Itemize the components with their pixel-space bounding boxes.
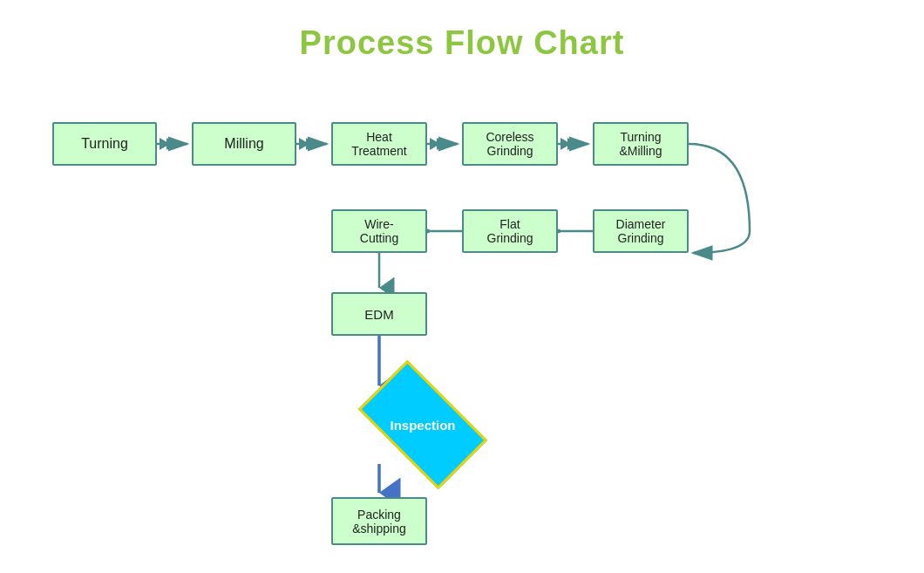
page-title: Process Flow Chart <box>0 0 924 62</box>
svg-marker-20 <box>567 138 578 150</box>
turning-milling-box: Turning&Milling <box>593 122 689 166</box>
coreless-grinding-box: CorelessGrinding <box>462 122 558 166</box>
turning-box: Turning <box>52 122 157 166</box>
svg-marker-14 <box>166 138 177 150</box>
svg-marker-13 <box>160 138 170 150</box>
svg-marker-19 <box>561 138 571 150</box>
svg-marker-18 <box>437 138 447 150</box>
flat-grinding-box: FlatGrinding <box>462 209 558 253</box>
milling-box: Milling <box>192 122 296 166</box>
diameter-grinding-box: DiameterGrinding <box>593 209 689 253</box>
edm-box: EDM <box>331 292 427 336</box>
packing-box: Packing&shipping <box>331 497 427 545</box>
svg-marker-17 <box>430 138 440 150</box>
inspection-label: Inspection <box>366 390 479 460</box>
svg-marker-15 <box>299 138 309 150</box>
svg-marker-16 <box>306 138 316 150</box>
heat-treatment-box: HeatTreatment <box>331 122 427 166</box>
wire-cutting-box: Wire-Cutting <box>331 209 427 253</box>
